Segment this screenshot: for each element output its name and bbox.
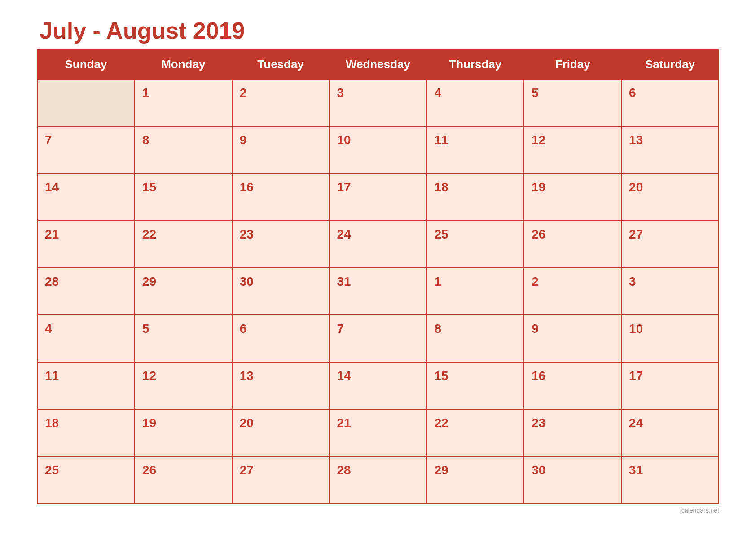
day-number: 13 — [240, 369, 254, 383]
day-number: 22 — [142, 227, 156, 241]
calendar-cell: 2 — [524, 268, 621, 315]
day-number: 5 — [142, 322, 149, 336]
day-number: 17 — [337, 180, 351, 194]
calendar-cell: 29 — [135, 268, 232, 315]
day-number: 19 — [142, 416, 156, 430]
calendar-cell: 24 — [621, 409, 719, 456]
calendar-header: SundayMondayTuesdayWednesdayThursdayFrid… — [37, 50, 719, 79]
day-number: 11 — [434, 133, 448, 147]
day-number: 20 — [240, 416, 254, 430]
day-number: 28 — [337, 463, 351, 477]
day-number: 26 — [532, 227, 545, 241]
day-number: 8 — [142, 133, 149, 147]
day-number: 24 — [629, 416, 643, 430]
calendar-cell: 29 — [426, 456, 524, 504]
header-wednesday: Wednesday — [330, 50, 427, 79]
calendar-cell: 14 — [37, 173, 135, 221]
day-number: 11 — [45, 369, 59, 383]
week-row-8: 25262728293031 — [37, 456, 719, 504]
calendar-cell: 22 — [426, 409, 524, 456]
day-number: 29 — [142, 274, 156, 288]
day-number: 13 — [629, 133, 643, 147]
week-row-3: 21222324252627 — [37, 221, 719, 268]
calendar-cell — [37, 79, 135, 126]
calendar-table: SundayMondayTuesdayWednesdayThursdayFrid… — [37, 49, 719, 504]
calendar-cell: 28 — [330, 456, 427, 504]
calendar-cell: 4 — [426, 79, 524, 126]
day-number: 6 — [629, 86, 636, 100]
day-number: 27 — [240, 463, 254, 477]
day-number: 26 — [142, 463, 156, 477]
calendar-cell: 25 — [426, 221, 524, 268]
day-number: 29 — [434, 463, 448, 477]
calendar-cell: 15 — [426, 362, 524, 409]
calendar-container: July - August 2019 SundayMondayTuesdayWe… — [19, 4, 737, 532]
calendar-cell: 21 — [37, 221, 135, 268]
week-row-2: 14151617181920 — [37, 173, 719, 221]
calendar-cell: 24 — [330, 221, 427, 268]
week-row-1: 78910111213 — [37, 126, 719, 173]
day-number: 1 — [142, 86, 149, 100]
day-number: 16 — [532, 369, 545, 383]
calendar-cell: 18 — [426, 173, 524, 221]
day-number: 25 — [434, 227, 448, 241]
day-number: 27 — [629, 227, 643, 241]
header-sunday: Sunday — [37, 50, 135, 79]
calendar-cell: 1 — [135, 79, 232, 126]
calendar-cell: 8 — [135, 126, 232, 173]
calendar-cell: 4 — [37, 315, 135, 362]
calendar-cell: 23 — [524, 409, 621, 456]
day-number: 6 — [240, 322, 247, 336]
header-tuesday: Tuesday — [232, 50, 330, 79]
day-number: 7 — [45, 133, 52, 147]
calendar-title: July - August 2019 — [37, 17, 719, 44]
calendar-cell: 30 — [524, 456, 621, 504]
calendar-cell: 17 — [330, 173, 427, 221]
calendar-cell: 12 — [135, 362, 232, 409]
calendar-cell: 14 — [330, 362, 427, 409]
day-number: 4 — [45, 322, 52, 336]
week-row-5: 45678910 — [37, 315, 719, 362]
day-number: 15 — [434, 369, 448, 383]
calendar-cell: 20 — [621, 173, 719, 221]
calendar-cell: 13 — [232, 362, 330, 409]
calendar-cell: 16 — [524, 362, 621, 409]
watermark: icalendars.net — [37, 507, 719, 514]
header-saturday: Saturday — [621, 50, 719, 79]
day-number: 22 — [434, 416, 448, 430]
day-number: 12 — [142, 369, 156, 383]
calendar-cell: 30 — [232, 268, 330, 315]
day-number: 19 — [532, 180, 545, 194]
calendar-cell: 17 — [621, 362, 719, 409]
day-number: 9 — [240, 133, 247, 147]
calendar-cell: 18 — [37, 409, 135, 456]
week-row-6: 11121314151617 — [37, 362, 719, 409]
day-number: 28 — [45, 274, 59, 288]
calendar-cell: 28 — [37, 268, 135, 315]
day-number: 14 — [337, 369, 351, 383]
calendar-cell: 22 — [135, 221, 232, 268]
calendar-cell: 3 — [621, 268, 719, 315]
calendar-cell: 23 — [232, 221, 330, 268]
calendar-cell: 9 — [232, 126, 330, 173]
calendar-cell: 20 — [232, 409, 330, 456]
day-number: 21 — [45, 227, 59, 241]
calendar-cell: 31 — [621, 456, 719, 504]
calendar-cell: 19 — [135, 409, 232, 456]
day-number: 23 — [532, 416, 545, 430]
calendar-cell: 10 — [621, 315, 719, 362]
day-number: 21 — [337, 416, 351, 430]
week-row-7: 18192021222324 — [37, 409, 719, 456]
day-number: 12 — [532, 133, 545, 147]
day-number: 1 — [434, 274, 441, 288]
day-number: 4 — [434, 86, 441, 100]
day-number: 20 — [629, 180, 643, 194]
calendar-cell: 7 — [37, 126, 135, 173]
calendar-cell: 15 — [135, 173, 232, 221]
calendar-cell: 11 — [37, 362, 135, 409]
calendar-cell: 31 — [330, 268, 427, 315]
day-number: 8 — [434, 322, 441, 336]
day-number: 14 — [45, 180, 59, 194]
day-number: 25 — [45, 463, 59, 477]
header-row: SundayMondayTuesdayWednesdayThursdayFrid… — [37, 50, 719, 79]
